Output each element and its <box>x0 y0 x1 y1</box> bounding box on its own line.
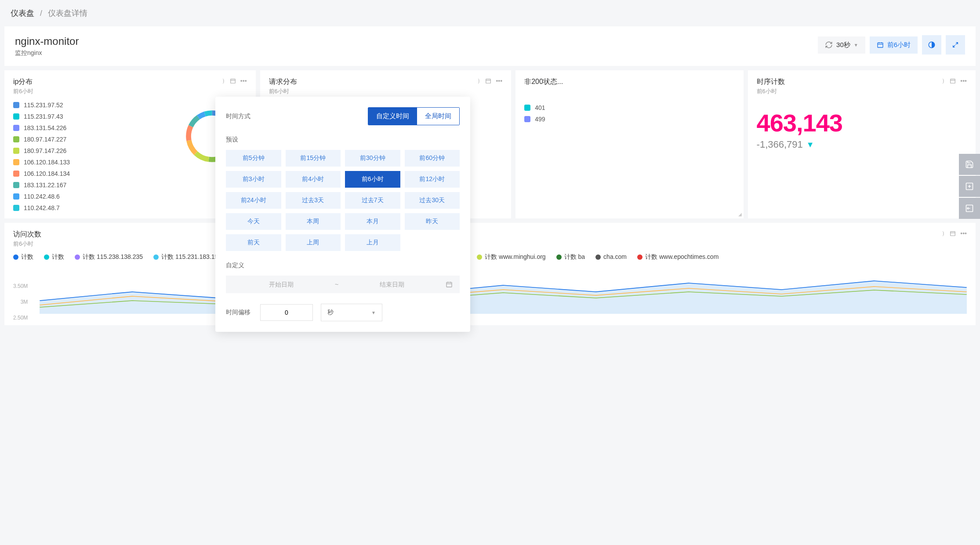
legend-item[interactable]: 计数 www.epochtimes.com <box>637 253 719 261</box>
color-swatch <box>13 205 19 211</box>
refresh-interval-select[interactable]: 30秒 ▼ <box>818 36 865 54</box>
more-icon[interactable]: ••• <box>240 77 247 84</box>
legend-label: 115.231.97.43 <box>24 113 63 120</box>
color-swatch <box>13 148 19 154</box>
time-range-button[interactable]: 前6小时 <box>870 36 918 54</box>
color-dot <box>595 254 601 260</box>
breadcrumb-sep: / <box>40 9 42 18</box>
legend-label: 180.97.147.226 <box>24 147 66 154</box>
legend-item[interactable]: 计数 www.minghui.org <box>477 253 546 261</box>
svg-rect-15 <box>951 232 955 236</box>
preset-button[interactable]: 过去7天 <box>345 192 400 209</box>
legend-item[interactable]: 499 <box>524 116 734 123</box>
calendar-icon[interactable] <box>446 281 453 288</box>
legend-item[interactable]: 110.242.48.6 <box>13 193 247 200</box>
calendar-icon[interactable] <box>485 78 491 84</box>
preset-button[interactable]: 前4小时 <box>286 171 341 188</box>
legend-item[interactable]: 计数 115.238.138.235 <box>75 253 143 261</box>
save-float-button[interactable] <box>959 154 980 175</box>
breadcrumb-root[interactable]: 仪表盘 <box>11 9 34 18</box>
expand-icon <box>952 41 959 48</box>
color-swatch <box>524 105 530 111</box>
preset-button[interactable]: 今天 <box>226 213 281 230</box>
add-float-button[interactable] <box>959 176 980 197</box>
svg-rect-13 <box>486 79 491 83</box>
color-swatch <box>13 136 19 142</box>
offset-input[interactable] <box>260 304 313 321</box>
preset-button[interactable]: 上月 <box>345 234 400 251</box>
preset-button[interactable]: 前24小时 <box>226 192 281 209</box>
theme-toggle-button[interactable] <box>922 35 941 54</box>
color-dot <box>556 254 562 260</box>
color-swatch <box>13 102 19 108</box>
preset-button[interactable]: 前12小时 <box>405 171 460 188</box>
calendar-icon[interactable] <box>950 78 956 84</box>
color-swatch <box>13 159 19 165</box>
preset-button[interactable]: 前6小时 <box>345 171 400 188</box>
panel-subtitle: 前6小时 <box>13 87 33 95</box>
legend-item[interactable]: 计数 <box>13 253 33 261</box>
copy-icon[interactable]: ⟯ <box>942 230 945 237</box>
legend-item[interactable]: 计数 115.231.183.154 <box>153 253 221 261</box>
breadcrumb-current: 仪表盘详情 <box>48 9 87 18</box>
legend-item[interactable]: 110.242.48.7 <box>13 204 247 211</box>
copy-icon[interactable]: ⟯ <box>478 77 481 84</box>
more-icon[interactable]: ••• <box>960 77 967 84</box>
legend-label: 183.131.54.226 <box>24 124 66 131</box>
refresh-icon <box>825 41 833 49</box>
calendar-icon[interactable] <box>230 78 236 84</box>
start-date-input[interactable] <box>233 281 330 288</box>
legend-item[interactable]: 183.131.22.167 <box>13 182 247 189</box>
metric-delta: -1,366,791 ▼ <box>757 139 967 150</box>
legend-item[interactable]: 106.120.184.134 <box>13 170 247 177</box>
range-separator: ~ <box>335 281 338 288</box>
arrow-down-icon: ▼ <box>806 140 814 149</box>
panel-title: ip分布 <box>13 77 33 87</box>
offset-unit-select[interactable]: 秒 ▼ <box>321 304 382 321</box>
color-dot <box>44 254 49 260</box>
panel-subtitle: 前6小时 <box>269 87 297 95</box>
preset-button[interactable]: 本月 <box>345 213 400 230</box>
panel-title: 访问次数 <box>13 230 41 239</box>
chevron-down-icon: ▼ <box>371 310 376 315</box>
color-swatch <box>13 182 19 188</box>
color-swatch <box>524 116 530 122</box>
calendar-icon[interactable] <box>950 230 956 236</box>
preset-button[interactable]: 前60分钟 <box>405 150 460 167</box>
preset-button[interactable]: 前30分钟 <box>345 150 400 167</box>
preset-button[interactable]: 本周 <box>286 213 341 230</box>
color-swatch <box>13 193 19 200</box>
legend-item[interactable]: 计数 <box>44 253 64 261</box>
preset-button[interactable]: 过去30天 <box>405 192 460 209</box>
more-icon[interactable]: ••• <box>496 77 502 84</box>
import-float-button[interactable] <box>959 198 980 219</box>
end-date-input[interactable] <box>344 281 440 288</box>
preset-button[interactable]: 昨天 <box>405 213 460 230</box>
breadcrumb: 仪表盘 / 仪表盘详情 <box>0 0 980 26</box>
preset-button[interactable]: 过去3天 <box>286 192 341 209</box>
legend-item[interactable]: 计数 ba <box>556 253 585 261</box>
fullscreen-button[interactable] <box>946 35 965 54</box>
preset-button[interactable]: 前3小时 <box>226 171 281 188</box>
preset-button[interactable]: 上周 <box>286 234 341 251</box>
more-icon[interactable]: ••• <box>960 230 967 237</box>
custom-label: 自定义 <box>226 262 244 269</box>
legend-item[interactable]: cha.com <box>595 253 627 261</box>
metric-value: 463,143 <box>757 109 967 137</box>
resize-handle[interactable]: ◢ <box>738 212 742 217</box>
color-dot <box>637 254 642 260</box>
preset-button[interactable]: 前5分钟 <box>226 150 281 167</box>
mode-custom-button[interactable]: 自定义时间 <box>368 108 417 125</box>
preset-button[interactable]: 前天 <box>226 234 281 251</box>
time-range-label: 前6小时 <box>887 41 911 49</box>
preset-button[interactable]: 前15分钟 <box>286 150 341 167</box>
legend-label: 106.120.184.133 <box>24 159 70 166</box>
copy-icon[interactable]: ⟯ <box>222 77 225 84</box>
save-icon <box>965 160 974 169</box>
mode-global-button[interactable]: 全局时间 <box>417 108 459 125</box>
color-swatch <box>13 171 19 177</box>
time-mode-label: 时间方式 <box>226 113 250 120</box>
legend-item[interactable]: 401 <box>524 104 734 111</box>
copy-icon[interactable]: ⟯ <box>942 77 945 84</box>
color-dot <box>153 254 159 260</box>
